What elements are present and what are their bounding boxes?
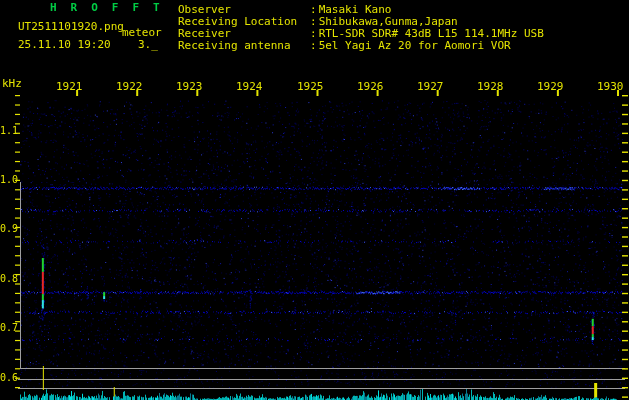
hrofft-window: HROFFT UT2511101920.png meteor 25.11.10 …	[0, 0, 629, 400]
time-tick-label: 1929	[537, 81, 564, 92]
time-tick-label: 1930	[597, 81, 624, 92]
time-tick-label: 1927	[417, 81, 444, 92]
meteor-count: 3._	[138, 39, 158, 51]
freq-tick-label: 0.6	[0, 372, 16, 384]
time-tick-label: 1923	[176, 81, 203, 92]
time-tick-label: 1922	[116, 81, 143, 92]
freq-tick-label: 0.8	[0, 273, 16, 285]
time-tick-label: 1928	[477, 81, 504, 92]
freq-tick-label: 1.0	[0, 174, 16, 186]
app-title: HROFFT	[50, 2, 174, 14]
time-tick-label: 1921	[56, 81, 83, 92]
time-tick-label: 1925	[297, 81, 324, 92]
observation-info: Observer:Masaki Kano Receiving Location:…	[178, 4, 544, 52]
freq-unit-label: kHz	[2, 78, 22, 90]
info-row-antenna: Receiving antenna:5el Yagi Az 20 for Aom…	[178, 40, 544, 52]
capture-filename: UT2511101920.png	[18, 21, 124, 33]
freq-tick-label: 0.9	[0, 223, 16, 235]
time-tick-label: 1926	[357, 81, 384, 92]
freq-tick-label: 1.1	[0, 125, 16, 137]
freq-tick-label: 0.7	[0, 322, 16, 334]
info-value: 5el Yagi Az 20 for Aomori VOR	[319, 40, 511, 52]
spectrogram-canvas	[0, 0, 629, 400]
capture-datetime: 25.11.10 19:20	[18, 39, 111, 51]
info-separator: :	[310, 40, 317, 52]
time-tick-label: 1924	[236, 81, 263, 92]
info-label: Receiving antenna	[178, 40, 310, 52]
